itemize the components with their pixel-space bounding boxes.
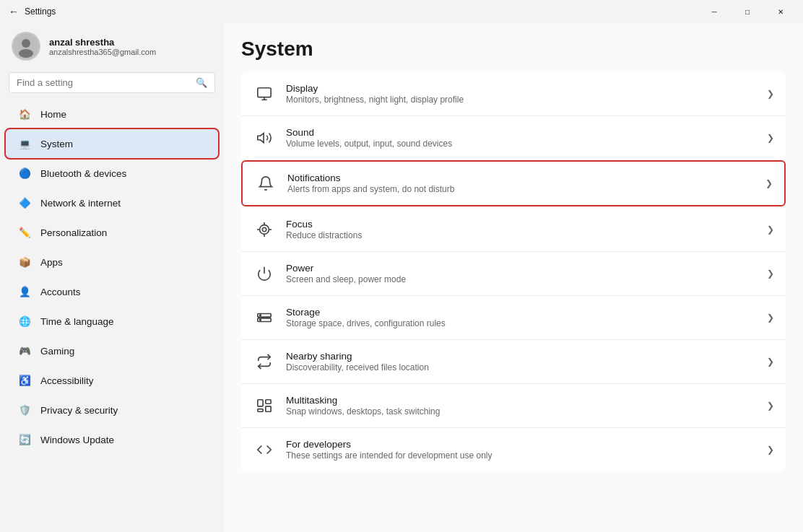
chevron-icon-display: ❯ [767,89,774,99]
svg-marker-6 [258,134,264,143]
sidebar-item-privacy[interactable]: 🛡️ Privacy & security [6,396,218,424]
item-title-storage: Storage [286,307,767,318]
sidebar-item-network[interactable]: 🔷 Network & internet [6,188,218,217]
close-button[interactable]: ✕ [764,0,797,23]
sidebar-item-accessibility[interactable]: ♿ Accessibility [6,366,218,395]
sidebar-item-personalization[interactable]: ✏️ Personalization [6,218,218,247]
chevron-icon-multitasking: ❯ [767,401,774,411]
user-info: anzal shrestha anzalshrestha365@gmail.co… [49,37,156,56]
settings-item-developers[interactable]: For developers These settings are intend… [241,428,786,471]
nav-label-accounts: Accounts [40,287,81,297]
item-text-storage: Storage Storage space, drives, configura… [286,307,767,328]
item-title-display: Display [286,83,767,94]
nav-icon-gaming: 🎮 [17,344,32,358]
chevron-icon-focus: ❯ [767,224,774,235]
nav-icon-update: 🔄 [17,432,32,447]
titlebar-controls: ─ □ ✕ [698,0,797,23]
page-title: System [241,38,786,61]
item-text-notifications: Notifications Alerts from apps and syste… [287,173,765,194]
svg-rect-20 [266,406,271,411]
svg-rect-3 [258,88,271,97]
search-icon: 🔍 [196,77,207,88]
settings-item-power[interactable]: Power Screen and sleep, power mode ❯ [241,252,786,296]
search-box[interactable]: 🔍 [9,72,215,93]
settings-item-notifications[interactable]: Notifications Alerts from apps and syste… [241,160,786,206]
item-text-sound: Sound Volume levels, output, input, soun… [286,127,767,149]
nav-icon-accounts: 👤 [17,284,32,299]
item-desc-power: Screen and sleep, power mode [286,274,767,284]
chevron-icon-sound: ❯ [767,133,774,143]
item-text-multitasking: Multitasking Snap windows, desktops, tas… [286,395,767,417]
nav-icon-personalization: ✏️ [17,225,32,240]
avatar [12,32,40,61]
settings-item-sound[interactable]: Sound Volume levels, output, input, soun… [241,116,786,160]
settings-list: Display Monitors, brightness, night ligh… [241,72,786,471]
user-email: anzalshrestha365@gmail.com [49,48,156,56]
nav-icon-apps: 📦 [17,255,32,269]
svg-point-7 [262,227,266,232]
item-title-power: Power [286,263,767,274]
item-text-power: Power Screen and sleep, power mode [286,263,767,284]
titlebar-title: Settings [25,6,56,17]
item-text-developers: For developers These settings are intend… [286,439,767,461]
nav-icon-privacy: 🛡️ [17,403,32,417]
svg-rect-21 [258,409,263,412]
item-text-display: Display Monitors, brightness, night ligh… [286,83,767,105]
item-desc-display: Monitors, brightness, night light, displ… [286,95,767,105]
maximize-button[interactable]: □ [731,0,764,23]
main-content: anzal shrestha anzalshrestha365@gmail.co… [0,23,803,532]
item-icon-sound [253,126,276,149]
item-title-developers: For developers [286,439,767,450]
item-title-nearby: Nearby sharing [286,351,767,362]
chevron-icon-storage: ❯ [767,313,774,323]
item-desc-notifications: Alerts from apps and system, do not dist… [287,184,765,194]
item-desc-storage: Storage space, drives, configuration rul… [286,318,767,328]
svg-rect-18 [258,400,263,406]
sidebar-nav: 🏠 Home 💻 System 🔵 Bluetooth & devices 🔷 … [0,99,224,455]
sidebar-item-apps[interactable]: 📦 Apps [6,248,218,276]
nav-icon-time: 🌐 [17,314,32,328]
settings-item-nearby[interactable]: Nearby sharing Discoverability, received… [241,340,786,384]
sidebar-item-bluetooth[interactable]: 🔵 Bluetooth & devices [6,159,218,188]
item-icon-notifications [254,172,277,195]
minimize-button[interactable]: ─ [698,0,731,23]
sidebar-item-update[interactable]: 🔄 Windows Update [6,425,218,454]
settings-item-storage[interactable]: Storage Storage space, drives, configura… [241,296,786,340]
sidebar-item-system[interactable]: 💻 System [6,129,218,158]
item-icon-focus [253,218,276,241]
titlebar: ← Settings ─ □ ✕ [0,0,803,23]
item-text-nearby: Nearby sharing Discoverability, received… [286,351,767,372]
nav-label-update: Windows Update [40,435,114,445]
sidebar-item-time[interactable]: 🌐 Time & language [6,307,218,336]
nav-icon-home: 🏠 [17,107,32,121]
svg-point-16 [260,315,261,316]
settings-item-multitasking[interactable]: Multitasking Snap windows, desktops, tas… [241,384,786,428]
nav-icon-bluetooth: 🔵 [17,166,32,180]
nav-label-personalization: Personalization [40,227,107,238]
item-desc-multitasking: Snap windows, desktops, task switching [286,406,767,417]
sidebar-item-home[interactable]: 🏠 Home [6,100,218,128]
back-button[interactable]: ← [9,6,19,17]
search-input[interactable] [17,77,190,88]
item-title-multitasking: Multitasking [286,395,767,406]
nav-label-system: System [40,139,73,149]
item-icon-storage [253,306,276,329]
item-title-notifications: Notifications [287,173,765,183]
item-icon-display [253,82,276,105]
user-section: anzal shrestha anzalshrestha365@gmail.co… [0,23,224,72]
sidebar-item-accounts[interactable]: 👤 Accounts [6,277,218,306]
item-desc-nearby: Discoverability, received files location [286,362,767,372]
settings-item-display[interactable]: Display Monitors, brightness, night ligh… [241,72,786,116]
nav-label-time: Time & language [40,316,114,327]
item-desc-developers: These settings are intended for developm… [286,450,767,461]
nav-icon-system: 💻 [17,136,32,151]
item-desc-focus: Reduce distractions [286,230,767,240]
sidebar-item-gaming[interactable]: 🎮 Gaming [6,336,218,365]
chevron-icon-nearby: ❯ [767,357,774,367]
main-panel: System Display Monitors, brightness, nig… [224,23,803,532]
settings-item-focus[interactable]: Focus Reduce distractions ❯ [241,208,786,252]
item-title-focus: Focus [286,219,767,230]
item-title-sound: Sound [286,127,767,138]
nav-label-accessibility: Accessibility [40,375,94,386]
nav-label-privacy: Privacy & security [40,405,118,416]
